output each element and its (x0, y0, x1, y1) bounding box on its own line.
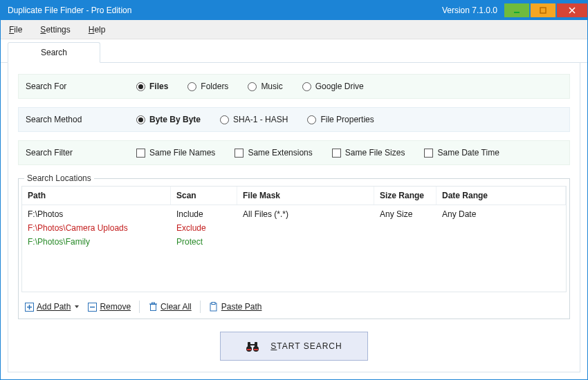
cell-scan: Protect (171, 235, 237, 249)
add-path-button[interactable]: Add Path (23, 301, 80, 313)
col-scan[interactable]: Scan (171, 187, 237, 205)
cell-date (437, 221, 566, 235)
checkbox-icon (332, 149, 341, 158)
locations-fieldset: Search Locations Path Scan File Mask Siz… (18, 173, 570, 319)
start-wrap: START SEARCH (18, 327, 570, 362)
app-window: Duplicate File Finder - Pro Edition Vers… (0, 0, 588, 380)
minus-icon (87, 302, 97, 312)
paste-path-label: Paste Path (221, 302, 262, 312)
check-dates[interactable]: Same Date Time (424, 148, 499, 158)
col-date[interactable]: Date Range (437, 187, 566, 205)
maximize-button[interactable] (531, 3, 555, 17)
clear-all-button[interactable]: Clear All (147, 301, 193, 313)
titlebar: Duplicate File Finder - Pro Edition Vers… (1, 1, 587, 20)
svg-rect-11 (151, 303, 154, 304)
cell-date (437, 235, 566, 249)
cell-path: F:\Photos\Camera Uploads (22, 221, 171, 235)
minimize-button[interactable] (504, 3, 529, 17)
check-ext-label: Same Extensions (248, 148, 312, 158)
check-sizes[interactable]: Same File Sizes (332, 148, 405, 158)
search-for-label: Search For (26, 82, 136, 91)
radio-sha1-label: SHA-1 - HASH (233, 115, 288, 124)
radio-icon (248, 82, 257, 91)
cell-mask (237, 235, 374, 249)
tabstrip: Search (1, 42, 587, 63)
table-row[interactable]: F:\Photos\Family Protect (22, 235, 566, 249)
plus-icon (24, 302, 34, 312)
remove-label: Remove (100, 302, 131, 312)
checkbox-icon (424, 149, 433, 158)
radio-files-label: Files (149, 82, 168, 91)
menu-settings[interactable]: Settings (36, 22, 74, 37)
binoculars-icon (246, 339, 259, 353)
check-ext[interactable]: Same Extensions (235, 148, 312, 158)
locations-legend: Search Locations (24, 173, 94, 183)
locations-header: Path Scan File Mask Size Range Date Rang… (22, 187, 566, 205)
checkbox-icon (235, 149, 244, 158)
close-button[interactable] (557, 3, 587, 17)
col-mask[interactable]: File Mask (237, 187, 374, 205)
cell-size (374, 235, 437, 249)
cell-size (374, 221, 437, 235)
svg-rect-13 (212, 303, 215, 305)
radio-icon (136, 82, 145, 91)
locations-toolbar: Add Path Remove Clear All Paste Path (19, 295, 569, 319)
cell-scan: Include (171, 207, 237, 221)
radio-gdrive[interactable]: Google Drive (302, 82, 364, 91)
radio-props-label: File Properties (320, 115, 374, 124)
check-names-label: Same File Names (149, 148, 215, 158)
col-path[interactable]: Path (22, 187, 171, 205)
svg-rect-18 (250, 344, 255, 345)
cell-path: F:\Photos (22, 207, 171, 221)
radio-byte[interactable]: Byte By Byte (136, 115, 201, 124)
search-for-row: Search For Files Folders Music Google Dr… (18, 74, 570, 99)
remove-button[interactable]: Remove (86, 301, 132, 313)
svg-rect-16 (248, 342, 250, 347)
search-method-row: Search Method Byte By Byte SHA-1 - HASH … (18, 107, 570, 132)
trash-icon (148, 302, 158, 312)
radio-icon (187, 82, 196, 91)
menubar: File Settings Help (1, 20, 587, 39)
separator (200, 301, 201, 313)
cell-date: Any Date (437, 207, 566, 221)
table-row[interactable]: F:\Photos\Camera Uploads Exclude (22, 221, 566, 235)
menu-help[interactable]: Help (84, 22, 110, 37)
svg-rect-20 (254, 349, 258, 350)
search-panel: Search For Files Folders Music Google Dr… (8, 63, 580, 372)
cell-path: F:\Photos\Family (22, 235, 171, 249)
svg-rect-19 (247, 349, 251, 350)
menu-file[interactable]: File (5, 22, 26, 37)
radio-folders[interactable]: Folders (187, 82, 228, 91)
cell-size: Any Size (374, 207, 437, 221)
checkbox-icon (136, 149, 145, 158)
search-filter-label: Search Filter (26, 148, 136, 158)
locations-body: F:\Photos Include All Files (*.*) Any Si… (22, 205, 566, 251)
col-size[interactable]: Size Range (374, 187, 437, 205)
radio-gdrive-label: Google Drive (315, 82, 364, 91)
radio-icon (220, 115, 229, 124)
search-method-label: Search Method (26, 115, 136, 124)
search-filter-row: Search Filter Same File Names Same Exten… (18, 140, 570, 165)
paste-path-button[interactable]: Paste Path (208, 301, 264, 313)
tab-search[interactable]: Search (8, 42, 100, 63)
radio-byte-label: Byte By Byte (149, 115, 201, 124)
check-sizes-label: Same File Sizes (345, 148, 405, 158)
radio-folders-label: Folders (201, 82, 228, 91)
cell-mask: All Files (*.*) (237, 207, 374, 221)
start-search-button[interactable]: START SEARCH (220, 332, 368, 361)
check-dates-label: Same Date Time (437, 148, 499, 158)
radio-files[interactable]: Files (136, 82, 168, 91)
radio-music[interactable]: Music (248, 82, 282, 91)
svg-rect-9 (150, 305, 156, 311)
tab-search-label: Search (41, 48, 67, 57)
cell-scan: Exclude (171, 221, 237, 235)
table-row[interactable]: F:\Photos Include All Files (*.*) Any Si… (22, 207, 566, 221)
radio-icon (302, 82, 311, 91)
radio-props[interactable]: File Properties (307, 115, 374, 124)
version-label: Version 7.1.0.0 (442, 6, 497, 15)
clipboard-icon (209, 302, 219, 312)
check-names[interactable]: Same File Names (136, 148, 215, 158)
radio-music-label: Music (261, 82, 282, 91)
cell-mask (237, 221, 374, 235)
radio-sha1[interactable]: SHA-1 - HASH (220, 115, 288, 124)
